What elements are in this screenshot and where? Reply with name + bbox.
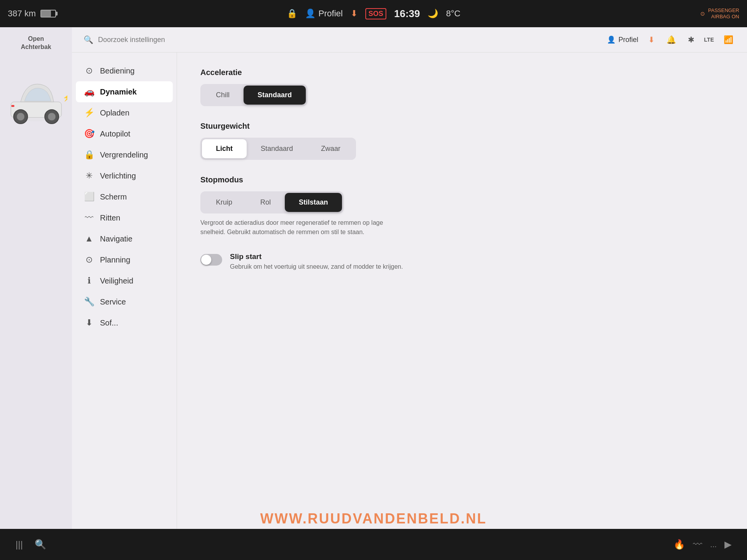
stuurgewicht-standaard-button[interactable]: Standaard	[247, 139, 307, 158]
search-right: 👤 Profiel ⬇ 🔔 ✱ LTE 📶	[607, 33, 735, 46]
scherm-icon: ⬜	[84, 192, 95, 202]
stuurgewicht-licht-button[interactable]: Licht	[202, 139, 247, 158]
slip-start-section: Slip start Gebruik om het voertuig uit s…	[200, 252, 724, 271]
content-panel: Acceleratie Chill Standaard Stuurgewicht…	[177, 52, 747, 560]
person-icon: 👤	[305, 9, 316, 19]
moon-icon: 🌙	[428, 9, 438, 19]
svg-rect-6	[11, 105, 14, 107]
range-label: 387 km	[8, 9, 36, 19]
slip-start-label: Slip start Gebruik om het voertuig uit s…	[230, 252, 724, 271]
search-input[interactable]	[98, 36, 215, 44]
left-panel: Open Achterbak ⚡	[0, 27, 72, 560]
acceleratie-standaard-button[interactable]: Standaard	[244, 86, 306, 105]
sidebar-item-opladen[interactable]: ⚡ Opladen	[72, 102, 177, 123]
vergrendeling-icon: 🔒	[84, 150, 95, 160]
signal-icon: 📶	[722, 33, 735, 46]
bluetooth-button[interactable]: ✱	[686, 33, 696, 46]
bediening-icon: ⊙	[84, 66, 95, 76]
airbag-label: PASSENGERAIRBAG ON	[708, 7, 739, 19]
toggle-knob	[201, 255, 211, 265]
search-input-area: 🔍	[84, 35, 601, 44]
stopmodus-description: Vergroot de actieradius door meer regene…	[200, 218, 395, 237]
acceleratie-section: Acceleratie Chill Standaard	[200, 68, 724, 106]
bottom-right: 🔥 〰 ... ▶	[673, 539, 731, 550]
acceleratie-title: Acceleratie	[200, 68, 724, 77]
sidebar-item-veiligheid[interactable]: ℹ Veiligheid	[72, 270, 177, 291]
airbag-badge: ⊙ PASSENGERAIRBAG ON	[700, 7, 739, 19]
search-bottom-icon[interactable]: 🔍	[35, 539, 46, 550]
menu-icon[interactable]: |||	[16, 539, 23, 550]
status-center: 🔒 👤 Profiel ⬇ SOS 16:39 🌙 8°C	[86, 8, 661, 20]
lte-indicator: LTE	[704, 37, 714, 43]
slip-start-desc: Gebruik om het voertuig uit sneeuw, zand…	[230, 262, 405, 271]
search-bar: 🔍 👤 Profiel ⬇ 🔔 ✱ LTE 📶	[72, 27, 747, 52]
battery-icon	[40, 10, 56, 18]
bottom-left: ||| 🔍	[16, 539, 46, 550]
sidebar-item-navigatie[interactable]: ▲ Navigatie	[72, 228, 177, 249]
temperature-display: 8°C	[446, 9, 460, 19]
stuurgewicht-title: Stuurgewicht	[200, 122, 724, 131]
lock-icon: 🔒	[287, 9, 297, 19]
stopmodus-rol-button[interactable]: Rol	[246, 193, 285, 212]
search-icon: 🔍	[84, 35, 93, 44]
stopmodus-section: Stopmodus Kruip Rol Stilstaan Vergroot d…	[200, 175, 724, 237]
download-button[interactable]: ⬇	[646, 33, 657, 46]
open-trunk-button[interactable]: Open Achterbak	[21, 35, 51, 51]
slip-start-title: Slip start	[230, 252, 724, 261]
play-icon[interactable]: ▶	[724, 539, 731, 550]
stopmodus-options: Kruip Rol Stilstaan	[200, 191, 344, 214]
clock-display: 16:39	[394, 8, 420, 20]
sidebar-item-bediening[interactable]: ⊙ Bediening	[72, 60, 177, 81]
svg-point-5	[48, 113, 56, 121]
stuurgewicht-zwaar-button[interactable]: Zwaar	[307, 139, 354, 158]
settings-area: ⊙ Bediening 🚗 Dynamiek ⚡ Opladen 🎯 Autop…	[72, 52, 747, 560]
dynamiek-icon: 🚗	[84, 87, 95, 97]
profile-button[interactable]: 👤 Profiel	[607, 35, 638, 44]
opladen-icon: ⚡	[84, 108, 95, 118]
status-bar: 387 km 🔒 👤 Profiel ⬇ SOS 16:39 🌙 8°C ⊙ P…	[0, 0, 747, 27]
stopmodus-stilstaan-button[interactable]: Stilstaan	[285, 193, 342, 212]
main-area: 🔍 👤 Profiel ⬇ 🔔 ✱ LTE 📶 ⊙ Bediening 🚗 Dy	[72, 27, 747, 560]
verlichting-icon: ✳	[84, 171, 95, 181]
sos-badge: SOS	[365, 8, 386, 19]
autopilot-icon: 🎯	[84, 129, 95, 139]
svg-text:⚡: ⚡	[63, 93, 67, 102]
notification-button[interactable]: 🔔	[665, 33, 678, 46]
sidebar-item-ritten[interactable]: 〰 Ritten	[72, 207, 177, 228]
profile-person-icon: 👤	[607, 35, 615, 44]
planning-icon: ⊙	[84, 255, 95, 265]
more-icon[interactable]: ...	[710, 540, 717, 549]
acceleratie-options: Chill Standaard	[200, 84, 307, 106]
veiligheid-icon: ℹ	[84, 276, 95, 286]
slip-start-toggle[interactable]	[200, 254, 222, 266]
service-icon: 🔧	[84, 297, 95, 307]
svg-point-3	[17, 113, 25, 121]
nav-menu: ⊙ Bediening 🚗 Dynamiek ⚡ Opladen 🎯 Autop…	[72, 52, 177, 560]
status-profile[interactable]: 👤 Profiel	[305, 9, 343, 19]
sidebar-item-planning[interactable]: ⊙ Planning	[72, 249, 177, 270]
stuurgewicht-options: Licht Standaard Zwaar	[200, 138, 356, 160]
sidebar-item-dynamiek[interactable]: 🚗 Dynamiek	[76, 81, 173, 102]
software-icon: ⬇	[84, 318, 95, 328]
sidebar-item-verlichting[interactable]: ✳ Verlichting	[72, 165, 177, 186]
car-image: ⚡	[5, 63, 67, 141]
sidebar-item-service[interactable]: 🔧 Service	[72, 291, 177, 312]
download-icon: ⬇	[351, 9, 358, 19]
status-right: ⊙ PASSENGERAIRBAG ON	[661, 7, 739, 19]
sidebar-item-vergrendeling[interactable]: 🔒 Vergrendeling	[72, 144, 177, 165]
heat-icon[interactable]: 🔥	[673, 539, 685, 550]
stopmodus-title: Stopmodus	[200, 175, 724, 184]
airbag-icon: ⊙	[700, 10, 705, 17]
ritten-icon: 〰	[84, 213, 95, 223]
sidebar-item-scherm[interactable]: ⬜ Scherm	[72, 186, 177, 207]
bottom-bar: ||| 🔍 🔥 〰 ... ▶	[0, 529, 747, 560]
status-left: 387 km	[8, 9, 86, 19]
acceleratie-chill-button[interactable]: Chill	[202, 86, 244, 105]
sidebar-item-autopilot[interactable]: 🎯 Autopilot	[72, 123, 177, 144]
sidebar-item-software[interactable]: ⬇ Sof...	[72, 312, 177, 333]
slip-start-toggle-row: Slip start Gebruik om het voertuig uit s…	[200, 252, 724, 271]
navigatie-icon: ▲	[84, 234, 95, 244]
stuurgewicht-section: Stuurgewicht Licht Standaard Zwaar	[200, 122, 724, 160]
stopmodus-kruip-button[interactable]: Kruip	[202, 193, 246, 212]
wave-icon[interactable]: 〰	[693, 539, 702, 550]
